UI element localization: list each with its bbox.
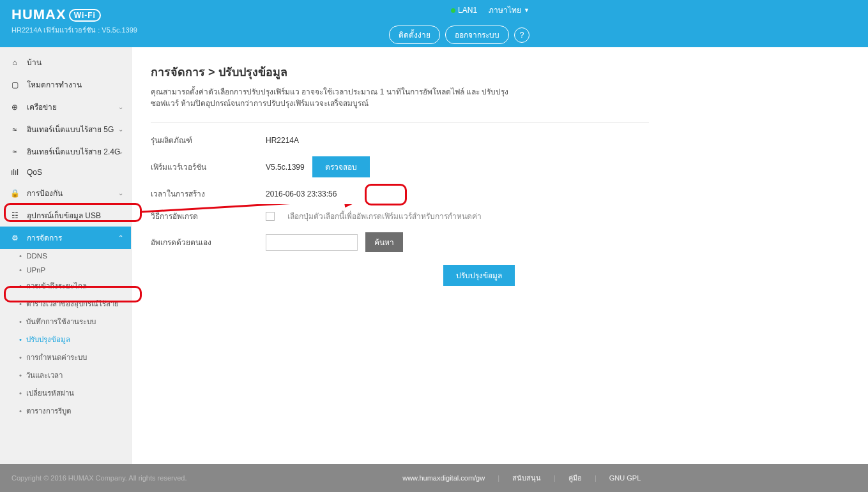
footer-manual[interactable]: คู่มือ — [568, 472, 582, 484]
nav-home[interactable]: ⌂บ้าน — [0, 51, 131, 73]
subnav-management: DDNS UPnP การเข้าถึงระยะไกล ตารางเวลาของ… — [0, 249, 131, 420]
fw-value: V5.5c.1399 — [266, 163, 305, 172]
method-label: วิธีการอัพเกรด — [151, 210, 266, 222]
method-checkbox[interactable] — [266, 212, 275, 221]
nav-usb[interactable]: ☷อุปกรณ์เก็บข้อมูล USB — [0, 204, 131, 227]
nav-management[interactable]: ⚙การจัดการ⌃ — [0, 227, 131, 249]
language-selector[interactable]: ภาษาไทย▼ — [489, 4, 529, 16]
wifi-icon: ≈ — [9, 147, 20, 156]
nav-wifi-24g[interactable]: ≈อินเทอร์เน็ตแบบไร้สาย 2.4G⌄ — [0, 140, 131, 163]
footer-links: www.humaxdigital.com/gw | สนับสนุน | คู่… — [187, 472, 857, 484]
globe-icon: ⊕ — [9, 103, 20, 112]
lock-icon: 🔒 — [9, 189, 20, 198]
chevron-down-icon: ⌄ — [118, 103, 123, 110]
help-button[interactable]: ? — [514, 27, 529, 43]
divider — [151, 122, 649, 123]
top-status-bar: LAN1 ภาษาไทย▼ — [451, 4, 529, 16]
fw-label: เฟิร์มแวร์เวอร์ชัน — [151, 161, 266, 173]
usb-icon: ☷ — [9, 211, 20, 220]
file-input[interactable] — [266, 234, 358, 251]
status-dot-icon — [451, 8, 455, 13]
nav-network[interactable]: ⊕เครือข่าย⌄ — [0, 96, 131, 118]
subnav-upgrade[interactable]: ปรับปรุงข้อมูล — [0, 331, 131, 348]
subnav-ddns[interactable]: DDNS — [0, 249, 131, 263]
main-content: การจัดการ > ปรับปรุงข้อมูล คุณสามารถตั้ง… — [132, 47, 668, 464]
page-description: คุณสามารถตั้งค่าตัวเลือกการปรับปรุงเฟิร์… — [151, 86, 521, 109]
subnav-wireless-schedule[interactable]: ตารางเวลาของอุปกรณ์ไร้สาย — [0, 295, 131, 313]
logout-button[interactable]: ออกจากระบบ — [445, 26, 509, 44]
manual-value: ค้นหา — [266, 232, 403, 252]
row-build: เวลาในการสร้าง 2016-06-03 23:33:56 — [151, 188, 649, 200]
browse-button[interactable]: ค้นหา — [365, 232, 403, 252]
footer-gpl[interactable]: GNU GPL — [609, 474, 641, 482]
subnav-reboot[interactable]: ตารางการรีบูต — [0, 402, 131, 420]
row-firmware: เฟิร์มแวร์เวอร์ชัน V5.5c.1399 ตรวจสอบ — [151, 156, 649, 177]
footer: Copyright © 2016 HUMAX Company. All righ… — [0, 464, 868, 492]
model-label: รุ่นผลิตภัณฑ์ — [151, 134, 266, 146]
sidebar: ⌂บ้าน ▢โหมดการทำงาน ⊕เครือข่าย⌄ ≈อินเทอร… — [0, 47, 132, 464]
model-fw-text: HR2214A เฟิร์มแวร์เวอร์ชัน : V5.5c.1399 — [11, 24, 137, 36]
header-actions: ติดตั้งง่าย ออกจากระบบ ? — [389, 26, 529, 44]
row-method: วิธีการอัพเกรด เลือกปุ่มตัวเลือกนี้เพื่อ… — [151, 210, 649, 222]
method-value: เลือกปุ่มตัวเลือกนี้เพื่ออัพเกรดเฟิร์มแว… — [266, 210, 482, 222]
nav-security[interactable]: 🔒การป้องกัน⌄ — [0, 182, 131, 204]
footer-support[interactable]: สนับสนุน — [512, 472, 541, 484]
subnav-password[interactable]: เปลี่ยนรหัสผ่าน — [0, 384, 131, 402]
chevron-down-icon: ⌄ — [118, 126, 123, 133]
wifi-icon: ≈ — [9, 125, 20, 134]
logo-area: HUMAXWi-Fi HR2214A เฟิร์มแวร์เวอร์ชัน : … — [11, 6, 137, 36]
home-icon: ⌂ — [9, 58, 20, 67]
check-button[interactable]: ตรวจสอบ — [312, 156, 370, 177]
model-value: HR2214A — [266, 136, 299, 145]
fw-value-group: V5.5c.1399 ตรวจสอบ — [266, 156, 370, 177]
easy-setup-button[interactable]: ติดตั้งง่าย — [389, 26, 440, 44]
page-title: การจัดการ > ปรับปรุงข้อมูล — [151, 63, 649, 81]
subnav-syslog[interactable]: บันทึกการใช้งานระบบ — [0, 313, 131, 331]
nav-qos[interactable]: ılılQoS — [0, 163, 131, 182]
lan-status: LAN1 — [451, 6, 477, 15]
op-mode-icon: ▢ — [9, 80, 20, 89]
bars-icon: ılıl — [9, 168, 20, 177]
chevron-down-icon: ⌄ — [118, 148, 123, 155]
manual-label: อัพเกรดด้วยตนเอง — [151, 236, 266, 248]
header: HUMAXWi-Fi HR2214A เฟิร์มแวร์เวอร์ชัน : … — [0, 0, 868, 47]
submit-upgrade-button[interactable]: ปรับปรุงข้อมูล — [443, 265, 515, 286]
nav-op-mode[interactable]: ▢โหมดการทำงาน — [0, 73, 131, 96]
brand-logo: HUMAXWi-Fi — [11, 6, 137, 23]
method-checkbox-label: เลือกปุ่มตัวเลือกนี้เพื่ออัพเกรดเฟิร์มแว… — [287, 210, 482, 222]
gear-icon: ⚙ — [9, 234, 20, 242]
subnav-datetime[interactable]: วันและเวลา — [0, 366, 131, 384]
chevron-up-icon: ⌃ — [118, 234, 123, 241]
row-model: รุ่นผลิตภัณฑ์ HR2214A — [151, 134, 649, 146]
subnav-config[interactable]: การกำหนดค่าระบบ — [0, 348, 131, 366]
copyright: Copyright © 2016 HUMAX Company. All righ… — [11, 474, 187, 482]
nav-wifi-5g[interactable]: ≈อินเทอร์เน็ตแบบไร้สาย 5G⌄ — [0, 118, 131, 140]
brand-text: HUMAX — [11, 6, 66, 22]
subnav-upnp[interactable]: UPnP — [0, 263, 131, 277]
wifi-badge: Wi-Fi — [69, 9, 101, 22]
chevron-down-icon: ▼ — [524, 7, 529, 13]
chevron-down-icon: ⌄ — [118, 190, 123, 197]
submit-row: ปรับปรุงข้อมูล — [151, 265, 521, 286]
subnav-remote[interactable]: การเข้าถึงระยะไกล — [0, 277, 131, 295]
build-label: เวลาในการสร้าง — [151, 188, 266, 200]
row-manual: อัพเกรดด้วยตนเอง ค้นหา — [151, 232, 649, 252]
footer-url[interactable]: www.humaxdigital.com/gw — [402, 474, 485, 482]
build-value: 2016-06-03 23:33:56 — [266, 190, 337, 198]
